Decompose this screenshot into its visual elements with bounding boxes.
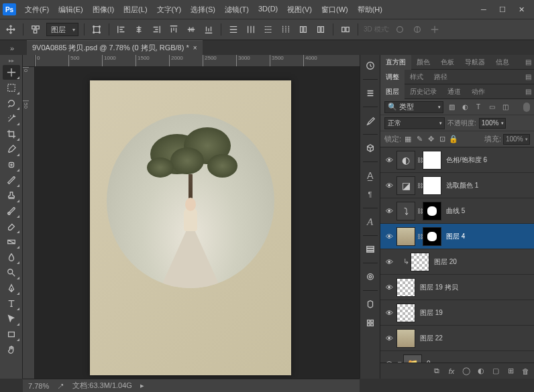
auto-align-icon[interactable] (339, 23, 352, 36)
layer-mask-thumbnail[interactable] (423, 176, 441, 195)
visibility-toggle-icon[interactable]: 👁 (383, 307, 395, 319)
delete-layer-icon[interactable]: 🗑 (521, 367, 530, 376)
visibility-toggle-icon[interactable]: 👁 (383, 256, 395, 268)
menu-window[interactable]: 窗口(W) (317, 2, 353, 17)
dock-layers-icon[interactable] (364, 243, 377, 256)
distribute-left-icon[interactable] (279, 23, 292, 36)
dock-brush-icon[interactable] (364, 114, 377, 127)
auto-select-icon[interactable] (29, 23, 42, 36)
distribute-bottom-icon[interactable] (262, 23, 275, 36)
visibility-toggle-icon[interactable]: 👁 (383, 205, 395, 217)
visibility-toggle-icon[interactable]: 👁 (383, 154, 395, 166)
new-group-icon[interactable]: ▢ (491, 367, 500, 376)
filter-type-icon[interactable]: T (473, 102, 484, 113)
stamp-tool[interactable] (3, 188, 20, 203)
menu-image[interactable]: 图像(I) (88, 2, 119, 17)
canvas-area[interactable]: 0 500 1000 1500 2000 2500 3000 3500 4000… (23, 55, 360, 379)
ruler-vertical[interactable]: 0 50 (23, 67, 35, 379)
opacity-input[interactable]: 100% (479, 118, 506, 129)
auto-select-dropdown[interactable]: 图层 (46, 23, 78, 36)
tab-info[interactable]: 信息 (490, 55, 515, 70)
align-bottom-icon[interactable] (202, 23, 215, 36)
lock-position-icon[interactable]: ✥ (426, 135, 435, 144)
mask-link-icon[interactable]: ⛓ (417, 157, 423, 164)
panel-menu-icon[interactable]: ▤ (525, 58, 531, 66)
rectangle-tool[interactable] (3, 327, 20, 342)
layer-row[interactable]: 👁图层 19 (380, 300, 534, 326)
layer-row[interactable]: 👁◪⛓选取颜色 1 (380, 173, 534, 198)
lock-pixels-icon[interactable]: ✎ (415, 135, 424, 144)
tab-history[interactable]: 历史记录 (405, 84, 442, 99)
blend-mode-dropdown[interactable]: 正常 (384, 117, 445, 129)
ruler-origin[interactable] (23, 55, 35, 67)
dock-properties-icon[interactable] (364, 86, 377, 100)
dock-paragraph-icon[interactable]: ¶ (364, 188, 377, 201)
layer-row[interactable]: 👁图层 19 拷贝 (380, 275, 534, 300)
status-caret-icon[interactable]: ▸ (140, 381, 144, 390)
mask-link-icon[interactable]: ⛓ (417, 208, 423, 214)
mask-link-icon[interactable]: ⛓ (417, 233, 423, 240)
eyedropper-tool[interactable] (3, 142, 20, 157)
pen-tool[interactable] (3, 281, 20, 296)
tab-close-icon[interactable]: × (193, 44, 197, 52)
menu-3d[interactable]: 3D(D) (254, 2, 282, 17)
visibility-toggle-icon[interactable]: 👁 (383, 231, 395, 243)
layer-thumbnail[interactable] (403, 354, 422, 363)
distribute-top-icon[interactable] (227, 23, 240, 36)
visibility-toggle-icon[interactable]: 👁 (383, 332, 395, 344)
menu-type[interactable]: 文字(Y) (152, 2, 186, 17)
close-button[interactable]: ✕ (517, 5, 526, 14)
layer-thumbnail[interactable]: ◪ (396, 176, 415, 195)
filter-toggle-icon[interactable] (523, 103, 530, 112)
lock-transparent-icon[interactable]: ▦ (403, 135, 413, 144)
layers-list[interactable]: 👁◐⛓色相/饱和度 6👁◪⛓选取颜色 1👁⤵⛓曲线 5👁⛓图层 4👁↳图层 20… (380, 147, 534, 363)
ruler-horizontal[interactable]: 0 500 1000 1500 2000 2500 3000 3500 4000 (35, 55, 360, 67)
layer-row[interactable]: 👁⤵⛓曲线 5 (380, 198, 534, 224)
layer-row[interactable]: 👁◐⛓色相/饱和度 6 (380, 147, 534, 173)
magic-wand-tool[interactable] (3, 111, 20, 126)
dock-glyphs-icon[interactable]: A (364, 215, 377, 228)
marquee-tool[interactable] (3, 80, 20, 95)
move-tool[interactable] (3, 65, 20, 80)
layer-row[interactable]: 👁▾0 (380, 351, 534, 363)
layer-mask-thumbnail[interactable] (423, 227, 441, 246)
tab-color[interactable]: 颜色 (411, 55, 435, 70)
document-tab[interactable]: 9V0A0885 拷贝.psd @ 7.78% (0 拷贝, RGB/8) * … (27, 40, 203, 55)
align-top-icon[interactable] (167, 23, 180, 36)
status-arrow-icon[interactable]: ⭧ (57, 382, 64, 390)
layer-thumbnail[interactable]: ⤵ (396, 202, 415, 220)
layer-name[interactable]: 图层 4 (446, 232, 465, 241)
layer-thumbnail[interactable] (396, 278, 415, 297)
distribute-right-icon[interactable] (314, 23, 327, 36)
healing-tool[interactable] (3, 157, 20, 172)
mask-link-icon[interactable]: ⛓ (417, 182, 423, 189)
tab-channels[interactable]: 通道 (442, 84, 466, 99)
filter-adjust-icon[interactable]: ◐ (460, 102, 470, 113)
lasso-tool[interactable] (3, 96, 20, 111)
dock-swatches-icon[interactable] (364, 298, 377, 311)
layer-name[interactable]: 图层 20 (434, 257, 457, 267)
layer-name[interactable]: 图层 22 (420, 334, 443, 343)
lock-artboard-icon[interactable]: ⊡ (437, 135, 447, 144)
layer-row[interactable]: 👁图层 22 (380, 326, 534, 351)
document-canvas[interactable] (90, 80, 291, 375)
minimize-button[interactable]: ─ (479, 5, 488, 14)
layer-mask-icon[interactable]: ◯ (462, 367, 471, 376)
tab-styles[interactable]: 样式 (405, 70, 429, 84)
fill-input[interactable]: 100% (503, 134, 530, 145)
align-center-v-icon[interactable] (184, 23, 198, 36)
visibility-toggle-icon[interactable]: 👁 (383, 281, 395, 293)
tab-histogram[interactable]: 直方图 (380, 55, 411, 70)
panel-menu-icon[interactable]: ▤ (525, 88, 531, 95)
zoom-level[interactable]: 7.78% (28, 382, 49, 390)
history-brush-tool[interactable] (3, 204, 20, 218)
hand-tool[interactable] (3, 342, 20, 357)
crop-tool[interactable] (3, 127, 20, 141)
menu-layer[interactable]: 图层(L) (119, 2, 152, 17)
filter-pixel-icon[interactable]: ▧ (446, 102, 457, 113)
adjustment-layer-icon[interactable]: ◐ (476, 367, 486, 376)
layer-mask-thumbnail[interactable] (423, 151, 441, 170)
align-center-h-icon[interactable] (132, 23, 146, 36)
distribute-hcenter-icon[interactable] (297, 23, 310, 36)
layer-fx-icon[interactable]: fx (447, 367, 456, 376)
